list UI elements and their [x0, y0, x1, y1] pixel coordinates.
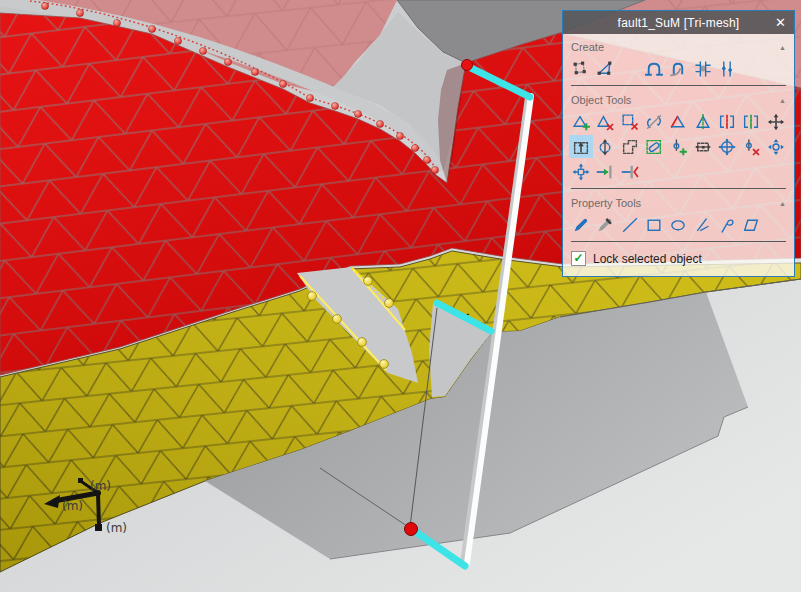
object-tool-row-2: [569, 134, 788, 159]
property-tool-row: [569, 212, 788, 237]
panel-title: fault1_SuM [Tri-mesh]: [618, 16, 740, 30]
move-node-horizontal-button[interactable]: [690, 135, 714, 158]
section-header-create: Create ▲: [569, 36, 788, 56]
mirror-triangle-button[interactable]: [690, 110, 714, 133]
control-node-top[interactable]: [462, 60, 473, 71]
separator: [571, 241, 786, 242]
lock-selected-checkbox[interactable]: ✓: [571, 251, 586, 266]
draw-line-button[interactable]: [618, 213, 642, 236]
viewport-3d: (m) (m) (m) fault1_SuM [Tri-mesh] ✕ Crea…: [0, 0, 801, 592]
lock-selected-label: Lock selected object: [593, 252, 702, 266]
object-tool-row-3: [569, 159, 788, 184]
color-picker-button[interactable]: [593, 213, 617, 236]
move-object-button[interactable]: [763, 110, 787, 133]
lock-selected-row: ✓ Lock selected object: [569, 245, 788, 271]
close-icon[interactable]: ✕: [775, 16, 786, 29]
collapse-edge-green-button[interactable]: [739, 110, 763, 133]
create-parallel-sections-button[interactable]: [715, 57, 739, 80]
create-triangle-from-points-button[interactable]: [593, 57, 617, 80]
create-point-grid-button[interactable]: [618, 57, 642, 80]
separator: [571, 188, 786, 189]
axis-label-x: (m): [62, 499, 83, 513]
collapse-edge-red-button[interactable]: [715, 110, 739, 133]
section-label-object-tools: Object Tools: [571, 94, 631, 106]
flip-normals-button[interactable]: [642, 110, 666, 133]
object-tool-row-1: [569, 109, 788, 134]
section-label-property-tools: Property Tools: [571, 197, 641, 209]
highlight-triangle-button[interactable]: [666, 110, 690, 133]
draw-parallelogram-button[interactable]: [739, 213, 763, 236]
create-stamp-section-button[interactable]: [642, 57, 666, 80]
draw-rectangle-button[interactable]: [642, 213, 666, 236]
panel-body: Create ▲: [563, 34, 794, 276]
panel-titlebar[interactable]: fault1_SuM [Tri-mesh] ✕: [563, 11, 794, 34]
checkmark-icon: ✓: [573, 252, 583, 264]
delete-triangle-button[interactable]: [593, 110, 617, 133]
move-node-in-plane-button[interactable]: [715, 135, 739, 158]
delete-node-button[interactable]: [739, 135, 763, 158]
smooth-region-button[interactable]: [642, 135, 666, 158]
collapse-property-tools-icon[interactable]: ▲: [779, 200, 786, 207]
select-region-button[interactable]: [618, 135, 642, 158]
translate-node-vertical-button[interactable]: [569, 135, 593, 158]
axis-label-y: (m): [106, 521, 127, 535]
section-header-property-tools: Property Tools ▲: [569, 192, 788, 212]
release-from-border-button[interactable]: [618, 160, 642, 183]
draw-lasso-button[interactable]: [715, 213, 739, 236]
create-stamp-curve-button[interactable]: [666, 57, 690, 80]
draw-angle-button[interactable]: [690, 213, 714, 236]
create-point-set-button[interactable]: [569, 57, 593, 80]
create-bridge-button[interactable]: [690, 57, 714, 80]
separator: [571, 85, 786, 86]
move-node-free-button[interactable]: [593, 135, 617, 158]
move-node-normal-button[interactable]: [763, 135, 787, 158]
move-all-nodes-button[interactable]: [569, 160, 593, 183]
draw-ellipse-button[interactable]: [666, 213, 690, 236]
snap-to-border-button[interactable]: [593, 160, 617, 183]
control-node-bottom[interactable]: [405, 523, 418, 536]
tool-panel: fault1_SuM [Tri-mesh] ✕ Create ▲: [562, 10, 795, 277]
delete-selection-button[interactable]: [618, 110, 642, 133]
add-node-button[interactable]: [666, 135, 690, 158]
section-label-create: Create: [571, 41, 604, 53]
section-header-object-tools: Object Tools ▲: [569, 89, 788, 109]
paintbrush-button[interactable]: [569, 213, 593, 236]
add-triangle-button[interactable]: [569, 110, 593, 133]
collapse-create-icon[interactable]: ▲: [779, 44, 786, 51]
collapse-object-tools-icon[interactable]: ▲: [779, 97, 786, 104]
axis-label-z: (m): [90, 479, 111, 493]
create-tool-row: [569, 56, 788, 81]
